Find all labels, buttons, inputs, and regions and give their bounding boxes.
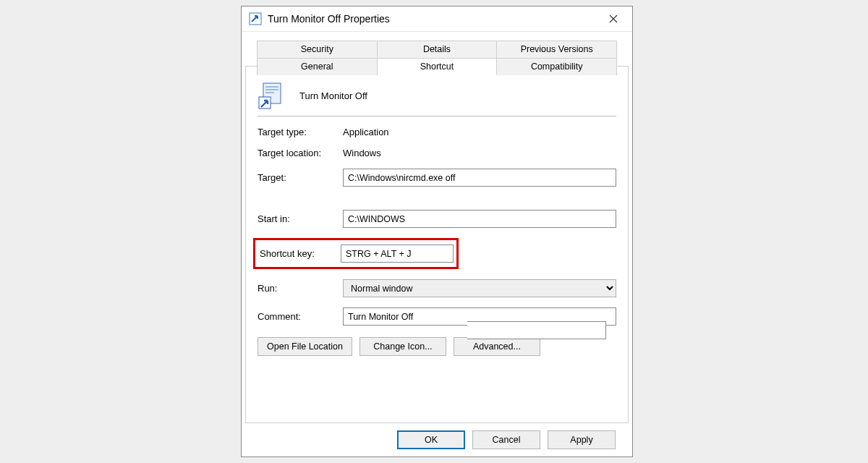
start-in-input[interactable] [343, 210, 616, 228]
tab-shortcut[interactable]: Shortcut [378, 58, 498, 75]
application-icon [258, 81, 286, 110]
target-input[interactable] [343, 169, 616, 187]
tab-compatibility[interactable]: Compatibility [497, 58, 617, 75]
client-area: Security Details Previous Versions Gener… [242, 32, 632, 456]
value-target-location: Windows [343, 148, 616, 158]
label-run: Run: [258, 283, 339, 294]
window-title: Turn Monitor Off Properties [268, 13, 597, 25]
svg-rect-2 [265, 86, 278, 88]
label-start-in: Start in: [258, 213, 339, 224]
advanced-button[interactable]: Advanced... [454, 337, 540, 356]
apply-button[interactable]: Apply [548, 430, 616, 449]
tabstrip: Security Details Previous Versions Gener… [257, 41, 617, 75]
label-comment: Comment: [258, 311, 339, 322]
tab-general[interactable]: General [257, 58, 378, 75]
label-target-location: Target location: [258, 148, 339, 158]
tab-details[interactable]: Details [378, 41, 498, 58]
dialog-footer: OK Cancel Apply [397, 430, 616, 449]
ok-button[interactable]: OK [397, 430, 465, 449]
open-file-location-button[interactable]: Open File Location [258, 337, 352, 356]
run-select[interactable]: Normal window [343, 279, 616, 297]
svg-rect-3 [265, 89, 278, 90]
properties-dialog: Turn Monitor Off Properties Security Det… [241, 6, 633, 457]
tabpage-shortcut: Turn Monitor Off Target type: Applicatio… [245, 66, 629, 423]
shortcut-key-highlight: Shortcut key: [253, 238, 459, 269]
shortcut-key-input-extension[interactable] [467, 321, 606, 339]
label-target-type: Target type: [258, 127, 339, 137]
shortcut-arrow-icon [249, 12, 262, 25]
app-name: Turn Monitor Off [299, 90, 367, 101]
tab-security[interactable]: Security [257, 41, 378, 58]
titlebar: Turn Monitor Off Properties [242, 7, 632, 32]
value-target-type: Application [343, 127, 616, 137]
change-icon-button[interactable]: Change Icon... [359, 337, 446, 356]
tab-previous-versions[interactable]: Previous Versions [497, 41, 617, 58]
label-shortcut-key: Shortcut key: [255, 248, 336, 259]
close-button[interactable] [597, 7, 629, 30]
cancel-button[interactable]: Cancel [472, 430, 540, 449]
svg-rect-4 [265, 92, 274, 93]
label-target: Target: [258, 172, 339, 183]
shortcut-key-input[interactable] [341, 245, 454, 263]
